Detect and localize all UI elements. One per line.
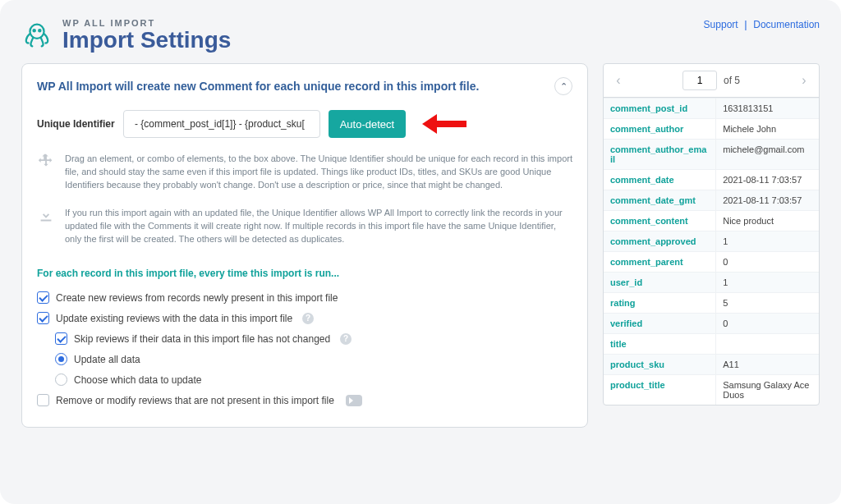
svg-point-2 xyxy=(39,30,40,31)
brand: WP ALL IMPORT Import Settings xyxy=(21,18,231,52)
opt-remove-missing[interactable]: Remove or modify reviews that are not pr… xyxy=(37,390,572,410)
record-key: rating xyxy=(604,293,715,313)
record-value xyxy=(715,334,819,354)
record-value: 0 xyxy=(715,314,819,333)
record-table: comment_post_id1631813151comment_authorM… xyxy=(604,98,819,405)
record-row: title xyxy=(604,333,819,354)
record-value: 1 xyxy=(715,273,819,292)
chevron-up-icon: ⌃ xyxy=(560,81,568,92)
record-value: Michele John xyxy=(715,119,819,139)
checkbox-icon[interactable] xyxy=(55,332,67,345)
record-key: comment_date_gmt xyxy=(604,190,715,210)
record-value: Samsung Galaxy Ace Duos xyxy=(715,375,819,405)
record-row: comment_post_id1631813151 xyxy=(604,98,819,118)
record-key: verified xyxy=(604,314,715,333)
collapse-button[interactable]: ⌃ xyxy=(554,77,572,95)
record-value: A11 xyxy=(715,355,819,374)
record-row: comment_author_emailmichele@gmail.com xyxy=(604,139,819,169)
svg-point-1 xyxy=(34,30,35,31)
record-row: comment_contentNice product xyxy=(604,210,819,231)
checkbox-icon[interactable] xyxy=(37,291,49,304)
chevron-right-icon: › xyxy=(802,73,806,88)
svg-rect-3 xyxy=(434,121,466,127)
radio-icon[interactable] xyxy=(55,353,67,365)
record-pager: ‹ of 5 › xyxy=(604,64,819,98)
chevron-left-icon: ‹ xyxy=(616,73,620,88)
info-drag: Drag an element, or combo of elements, t… xyxy=(37,153,572,192)
radio-icon[interactable] xyxy=(55,373,67,386)
record-row: rating5 xyxy=(604,292,819,313)
record-row: comment_date_gmt2021-08-11 7:03:57 xyxy=(604,190,819,210)
opt-choose-which[interactable]: Choose which data to update xyxy=(37,369,572,390)
move-icon xyxy=(37,153,55,192)
record-value: michele@gmail.com xyxy=(715,140,819,169)
record-key: comment_author xyxy=(604,119,715,139)
record-row: comment_authorMichele John xyxy=(604,118,819,139)
record-key: product_title xyxy=(604,375,715,405)
support-link[interactable]: Support xyxy=(704,19,738,30)
record-row: comment_parent0 xyxy=(604,251,819,272)
panel-title: WP All Import will create new Comment fo… xyxy=(37,80,479,93)
next-record-button[interactable]: › xyxy=(796,72,812,89)
pager-mid: of 5 xyxy=(682,71,740,90)
top-links: Support | Documentation xyxy=(704,18,820,30)
help-icon[interactable]: ? xyxy=(340,333,352,345)
opt-update-all[interactable]: Update all data xyxy=(37,349,572,369)
info-drag-text: Drag an element, or combo of elements, t… xyxy=(65,153,572,192)
record-value: 0 xyxy=(715,252,819,272)
record-value: 2021-08-11 7:03:57 xyxy=(715,190,819,210)
auto-detect-button[interactable]: Auto-detect xyxy=(329,110,407,138)
header-row: WP ALL IMPORT Import Settings Support | … xyxy=(21,18,820,52)
checkbox-icon[interactable] xyxy=(37,394,49,406)
prev-record-button[interactable]: ‹ xyxy=(610,72,627,89)
record-key: comment_post_id xyxy=(604,99,715,118)
unique-identifier-row: Unique Identifier Auto-detect xyxy=(37,110,572,138)
record-key: comment_approved xyxy=(604,231,715,251)
page-number-input[interactable] xyxy=(682,71,717,90)
opt-skip-unchanged[interactable]: Skip reviews if their data in this impor… xyxy=(37,328,572,349)
settings-panel: WP All Import will create new Comment fo… xyxy=(21,63,588,428)
record-value: Nice product xyxy=(715,211,819,231)
record-row: comment_approved1 xyxy=(604,231,819,251)
opt-update-existing-label: Update existing reviews with the data in… xyxy=(56,313,292,324)
page-of-label: of 5 xyxy=(724,75,740,86)
record-row: product_titleSamsung Galaxy Ace Duos xyxy=(604,374,819,405)
record-value: 1631813151 xyxy=(715,99,819,118)
record-row: product_skuA11 xyxy=(604,354,819,374)
record-key: comment_parent xyxy=(604,252,715,272)
uid-label: Unique Identifier xyxy=(37,118,115,130)
record-key: comment_date xyxy=(604,170,715,190)
record-key: comment_author_email xyxy=(604,140,715,169)
checkbox-icon[interactable] xyxy=(37,312,49,324)
arrow-left-icon xyxy=(422,114,466,134)
record-row: verified0 xyxy=(604,313,819,333)
page-title: Import Settings xyxy=(62,28,231,52)
record-value: 1 xyxy=(715,231,819,251)
download-icon xyxy=(37,207,55,246)
opt-update-all-label: Update all data xyxy=(74,354,140,365)
opt-update-existing[interactable]: Update existing reviews with the data in… xyxy=(37,308,572,328)
record-key: comment_content xyxy=(604,211,715,231)
opt-choose-which-label: Choose which data to update xyxy=(74,374,201,386)
opt-skip-unchanged-label: Skip reviews if their data in this impor… xyxy=(74,333,330,345)
record-value: 2021-08-11 7:03:57 xyxy=(715,170,819,190)
info-rerun: If you run this import again with an upd… xyxy=(37,207,572,246)
uid-input[interactable] xyxy=(123,110,320,138)
svg-marker-4 xyxy=(422,114,437,134)
link-separator: | xyxy=(744,18,747,30)
record-key: product_sku xyxy=(604,355,715,374)
opt-remove-missing-label: Remove or modify reviews that are not pr… xyxy=(56,395,334,406)
record-preview-panel: ‹ of 5 › comment_post_id1631813151commen… xyxy=(603,63,820,405)
play-badge-icon[interactable] xyxy=(346,395,362,406)
record-key: user_id xyxy=(604,273,715,292)
section-heading: For each record in this import file, eve… xyxy=(37,268,572,279)
record-row: user_id1 xyxy=(604,272,819,292)
opt-create-new[interactable]: Create new reviews from records newly pr… xyxy=(37,287,572,308)
documentation-link[interactable]: Documentation xyxy=(753,19,820,30)
help-icon[interactable]: ? xyxy=(302,313,314,324)
info-rerun-text: If you run this import again with an upd… xyxy=(65,207,572,246)
svg-point-0 xyxy=(30,24,44,38)
record-key: title xyxy=(604,334,715,354)
record-row: comment_date2021-08-11 7:03:57 xyxy=(604,169,819,190)
main-columns: WP All Import will create new Comment fo… xyxy=(21,63,820,428)
